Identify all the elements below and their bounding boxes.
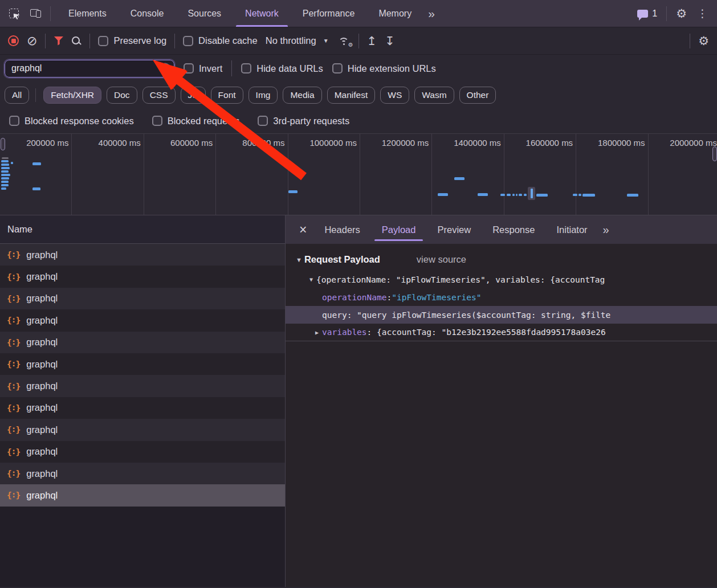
- payload-root-row[interactable]: ▼ {operationName: "ipFlowTimeseries", va…: [286, 271, 717, 288]
- invert-checkbox[interactable]: [184, 63, 194, 74]
- blocked-requests-checkbox[interactable]: [152, 116, 162, 126]
- third-party-checkbox-row[interactable]: 3rd-party requests: [258, 116, 349, 126]
- network-overview-timeline[interactable]: 200000 ms400000 ms600000 ms800000 ms1000…: [0, 133, 717, 215]
- resource-type-chip[interactable]: JS: [181, 87, 206, 103]
- request-row[interactable]: {∶} graphql: [0, 397, 285, 419]
- details-tab[interactable]: Initiator: [545, 215, 598, 244]
- invert-checkbox-row[interactable]: Invert: [184, 63, 222, 74]
- overview-right-grip[interactable]: [712, 146, 717, 161]
- devtools-tab[interactable]: Console: [119, 0, 176, 27]
- triangle-down-icon[interactable]: ▼: [296, 256, 302, 263]
- resource-type-chip[interactable]: WS: [380, 87, 409, 103]
- timeline-request-bar: [288, 190, 298, 193]
- request-row[interactable]: {∶} graphql: [0, 332, 285, 353]
- request-row[interactable]: {∶} graphql: [0, 288, 285, 309]
- query-row-highlighted[interactable]: query: "query ipFlowTimeseries($accountT…: [286, 306, 717, 324]
- details-tab[interactable]: Payload: [371, 215, 427, 244]
- resource-type-chip[interactable]: All: [5, 87, 29, 103]
- filter-input[interactable]: [5, 60, 174, 77]
- devtools-tab[interactable]: Network: [233, 0, 291, 27]
- request-row[interactable]: {∶} graphql: [0, 463, 285, 484]
- blocked-cookies-checkbox[interactable]: [9, 116, 19, 126]
- json-braces-icon: {∶}: [7, 272, 20, 281]
- inspect-element-icon[interactable]: [9, 9, 19, 18]
- divider: [89, 34, 90, 48]
- timeline-request-bar: [1, 160, 9, 162]
- request-row[interactable]: {∶} graphql: [0, 419, 285, 440]
- kebab-menu-icon[interactable]: ⋮: [696, 7, 709, 20]
- preserve-log-checkbox[interactable]: [98, 36, 108, 46]
- triangle-down-icon[interactable]: ▼: [306, 276, 316, 283]
- export-har-icon[interactable]: ↧: [385, 34, 395, 48]
- hide-data-urls-checkbox-row[interactable]: Hide data URLs: [241, 63, 323, 74]
- network-settings-gear-icon[interactable]: ⚙: [698, 34, 709, 48]
- resource-type-chip[interactable]: Img: [248, 87, 278, 103]
- request-row[interactable]: {∶} graphql: [0, 353, 285, 375]
- settings-gear-icon[interactable]: ⚙: [676, 7, 687, 21]
- request-payload-title: Request Payload: [304, 254, 380, 265]
- third-party-checkbox[interactable]: [258, 116, 268, 126]
- resource-type-chip[interactable]: CSS: [142, 87, 176, 103]
- devtools-tab[interactable]: Elements: [56, 0, 119, 27]
- operation-name-row[interactable]: operationName: "ipFlowTimeseries": [286, 288, 717, 306]
- timeline-request-bar: [1, 177, 9, 179]
- devtools-tab[interactable]: Memory: [366, 0, 423, 27]
- devtools-window: ElementsConsoleSourcesNetworkPerformance…: [0, 0, 717, 588]
- filter-funnel-icon[interactable]: [54, 36, 63, 46]
- network-conditions-icon[interactable]: ⚙: [338, 36, 351, 46]
- hide-data-urls-checkbox[interactable]: [241, 63, 251, 74]
- disable-cache-checkbox[interactable]: [183, 36, 193, 46]
- triangle-right-icon[interactable]: ▶: [312, 329, 322, 336]
- details-tab[interactable]: Headers: [313, 215, 370, 244]
- record-network-log-icon[interactable]: [8, 35, 19, 46]
- device-toolbar-icon[interactable]: [30, 9, 41, 18]
- name-column-header[interactable]: Name: [0, 215, 285, 244]
- resource-type-chip[interactable]: Other: [459, 87, 496, 103]
- filter-searchbox: ×: [5, 60, 174, 77]
- clear-filter-icon[interactable]: ×: [160, 63, 170, 74]
- devtools-tab[interactable]: Sources: [176, 0, 233, 27]
- more-details-tabs-icon[interactable]: »: [598, 223, 613, 236]
- details-tab[interactable]: Response: [482, 215, 545, 244]
- hide-extension-urls-checkbox-row[interactable]: Hide extension URLs: [332, 63, 436, 74]
- request-row[interactable]: {∶} graphql: [0, 484, 285, 506]
- messages-icon[interactable]: [637, 10, 648, 18]
- request-name: graphql: [26, 446, 58, 457]
- variables-row[interactable]: ▶ variables: {accountTag: "b12e3b2192ee5…: [286, 324, 717, 341]
- request-name: graphql: [26, 402, 58, 413]
- throttling-dropdown[interactable]: No throttling ▼: [266, 35, 329, 46]
- request-row[interactable]: {∶} graphql: [0, 375, 285, 397]
- blocked-cookies-checkbox-row[interactable]: Blocked response cookies: [9, 116, 134, 126]
- json-braces-icon: {∶}: [7, 316, 20, 325]
- import-har-icon[interactable]: ↥: [367, 34, 377, 48]
- request-row[interactable]: {∶} graphql: [0, 266, 285, 287]
- blocked-filters-row: Blocked response cookies Blocked request…: [0, 108, 717, 133]
- preserve-log-checkbox-row[interactable]: Preserve log: [98, 35, 166, 46]
- resource-type-chip[interactable]: Wasm: [414, 87, 454, 103]
- resource-type-chip[interactable]: Font: [211, 87, 243, 103]
- disable-cache-checkbox-row[interactable]: Disable cache: [183, 35, 258, 46]
- clear-network-log-icon[interactable]: ⊘: [27, 35, 37, 47]
- request-name: graphql: [26, 490, 58, 501]
- close-details-icon[interactable]: ×: [292, 223, 313, 236]
- resource-type-chip[interactable]: Fetch/XHR: [43, 87, 101, 103]
- more-tabs-icon[interactable]: »: [423, 0, 438, 27]
- request-row[interactable]: {∶} graphql: [0, 244, 285, 266]
- blocked-requests-checkbox-row[interactable]: Blocked requests: [152, 116, 240, 126]
- request-row[interactable]: {∶} graphql: [0, 309, 285, 331]
- hide-extension-urls-checkbox[interactable]: [332, 63, 343, 74]
- request-row[interactable]: {∶} graphql: [0, 441, 285, 463]
- timeline-request-bar: [1, 184, 9, 186]
- payload-view: ▼ Request Payload view source ▼ {operati…: [286, 244, 717, 587]
- resource-type-chip[interactable]: Media: [283, 87, 321, 103]
- timeline-request-bar: [524, 194, 527, 196]
- resource-type-chip[interactable]: Manifest: [327, 87, 376, 103]
- resource-type-chip[interactable]: Doc: [107, 87, 137, 103]
- devtools-tab[interactable]: Performance: [291, 0, 367, 27]
- blocked-requests-label: Blocked requests: [168, 116, 240, 126]
- blocked-cookies-label: Blocked response cookies: [25, 116, 134, 126]
- details-tab[interactable]: Preview: [426, 215, 482, 244]
- overview-left-grip[interactable]: [1, 138, 5, 150]
- search-icon[interactable]: [71, 36, 82, 46]
- view-source-link[interactable]: view source: [417, 254, 466, 265]
